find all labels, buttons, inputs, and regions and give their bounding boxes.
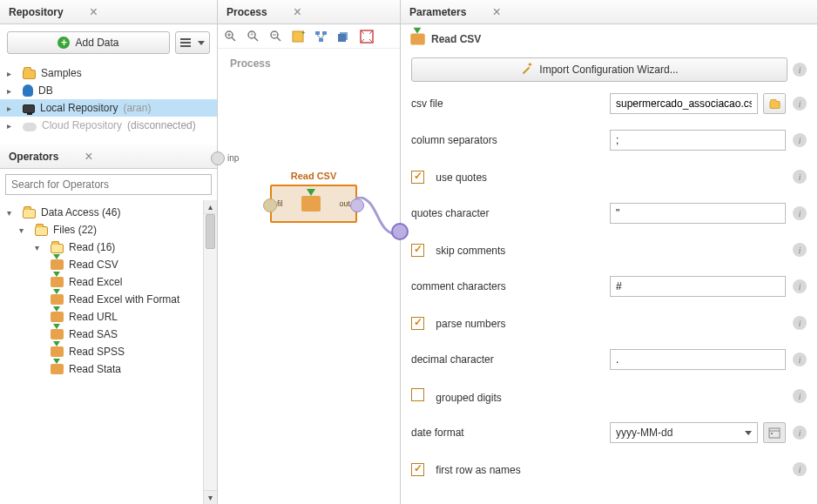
process-tab[interactable]: Process ×	[218, 0, 400, 24]
operator-input-port[interactable]	[263, 198, 277, 212]
param-label: skip comments	[436, 244, 505, 256]
close-icon[interactable]: ×	[85, 150, 92, 164]
repo-item-samples[interactable]: ▸ Samples	[0, 64, 217, 82]
process-input-port[interactable]: inp	[211, 151, 225, 165]
repository-tab[interactable]: Repository ×	[0, 0, 217, 24]
scroll-down-icon[interactable]: ▾	[204, 490, 217, 504]
param-label: column separators	[411, 134, 603, 146]
repo-menu-button[interactable]	[175, 31, 210, 54]
repo-item-cloud[interactable]: ▸ Cloud Repository (disconnected)	[0, 117, 217, 134]
param-label: parse numbers	[436, 317, 505, 329]
chevron-down-icon	[745, 431, 752, 435]
svg-text:+: +	[301, 30, 306, 37]
fullscreen-icon[interactable]	[359, 29, 375, 44]
tree-node-read[interactable]: ▾ Read (16)	[0, 239, 203, 256]
read-icon	[51, 259, 64, 270]
tree-label: Local Repository	[40, 102, 118, 114]
read-icon	[410, 33, 425, 44]
info-icon[interactable]: i	[793, 133, 807, 147]
quotes-character-input[interactable]	[610, 203, 786, 224]
info-icon[interactable]: i	[793, 63, 807, 77]
info-icon[interactable]: i	[793, 279, 807, 293]
skip-comments-checkbox[interactable]	[411, 244, 424, 257]
tree-node-files[interactable]: ▾ Files (22)	[0, 221, 203, 239]
close-icon[interactable]: ×	[492, 5, 500, 19]
operator-title: Read CSV	[270, 171, 357, 181]
process-canvas[interactable]: Process inp Read CSV fil out	[218, 49, 400, 504]
port-label: out	[339, 199, 350, 208]
op-read-sas[interactable]: Read SAS	[0, 326, 203, 343]
first-row-names-checkbox[interactable]	[411, 463, 424, 476]
scroll-thumb[interactable]	[206, 214, 215, 249]
expander-icon[interactable]: ▸	[7, 69, 17, 78]
expander-icon[interactable]: ▾	[35, 243, 45, 252]
param-label: decimal character	[411, 353, 603, 366]
close-icon[interactable]: ×	[294, 5, 301, 19]
expander-icon[interactable]: ▸	[7, 104, 17, 113]
zoom-fit-icon[interactable]	[223, 29, 239, 44]
chevron-down-icon	[198, 41, 205, 45]
zoom-out-icon[interactable]	[268, 29, 284, 44]
op-read-stata[interactable]: Read Stata	[0, 360, 203, 378]
calendar-button[interactable]	[763, 422, 786, 443]
zoom-in-icon[interactable]: +	[246, 29, 261, 44]
info-icon[interactable]: i	[793, 170, 807, 184]
expander-icon[interactable]: ▸	[7, 86, 17, 96]
import-wizard-button[interactable]: Import Configuration Wizard...	[411, 57, 788, 82]
database-icon	[23, 84, 33, 97]
use-quotes-checkbox[interactable]	[411, 171, 424, 184]
op-read-url[interactable]: Read URL	[0, 308, 203, 326]
folder-open-icon	[23, 209, 36, 218]
csv-file-input[interactable]	[610, 93, 758, 114]
operator-search-input[interactable]	[5, 174, 212, 195]
op-read-spss[interactable]: Read SPSS	[0, 343, 203, 360]
tree-node-data-access[interactable]: ▾ Data Access (46)	[0, 204, 203, 221]
add-data-button[interactable]: + Add Data	[7, 31, 170, 54]
operators-tab[interactable]: Operators ×	[0, 144, 217, 169]
op-read-excel-format[interactable]: Read Excel with Format	[0, 291, 203, 308]
tree-label: Read CSV	[69, 259, 118, 271]
menu-icon	[180, 38, 191, 47]
info-icon[interactable]: i	[793, 97, 807, 111]
folder-open-icon	[51, 244, 64, 253]
info-icon[interactable]: i	[793, 353, 807, 366]
comment-characters-input[interactable]	[610, 276, 786, 297]
info-icon[interactable]: i	[793, 426, 807, 440]
process-output-port[interactable]	[391, 223, 409, 240]
repo-item-local[interactable]: ▸ Local Repository (aran)	[0, 99, 217, 117]
info-icon[interactable]: i	[793, 243, 807, 257]
column-separators-input[interactable]	[610, 130, 786, 151]
expander-icon[interactable]: ▾	[19, 225, 30, 235]
info-icon[interactable]: i	[793, 206, 807, 220]
date-format-select[interactable]: yyyy-MM-dd	[610, 422, 758, 443]
parse-numbers-checkbox[interactable]	[411, 317, 424, 330]
tree-label: Read SPSS	[69, 346, 125, 358]
grouped-digits-checkbox[interactable]	[411, 388, 424, 401]
op-read-csv[interactable]: Read CSV	[0, 256, 203, 273]
tree-label: Read URL	[69, 311, 118, 323]
read-icon	[301, 196, 321, 212]
scroll-up-icon[interactable]: ▴	[204, 200, 217, 214]
arrange-icon[interactable]	[314, 29, 329, 44]
decimal-character-input[interactable]	[610, 349, 786, 370]
read-icon	[51, 277, 64, 287]
parameters-tab[interactable]: Parameters ×	[401, 0, 817, 24]
expander-icon[interactable]: ▾	[7, 208, 17, 218]
info-icon[interactable]: i	[793, 462, 807, 476]
browse-file-button[interactable]	[763, 93, 786, 114]
note-icon[interactable]: +	[291, 29, 307, 44]
read-icon	[51, 294, 64, 305]
layers-icon[interactable]	[336, 29, 352, 44]
repo-item-db[interactable]: ▸ DB	[0, 82, 217, 99]
param-label: use quotes	[436, 171, 487, 183]
info-icon[interactable]: i	[793, 316, 807, 330]
tree-state: (disconnected)	[127, 119, 196, 131]
expander-icon[interactable]: ▸	[7, 121, 17, 131]
vertical-scrollbar[interactable]: ▴ ▾	[203, 200, 217, 504]
op-read-excel[interactable]: Read Excel	[0, 273, 203, 291]
info-icon[interactable]: i	[793, 389, 807, 403]
close-icon[interactable]: ×	[90, 5, 98, 19]
svg-rect-16	[338, 34, 346, 42]
operator-read-csv[interactable]: Read CSV fil out	[270, 171, 357, 223]
breadcrumb[interactable]: Process	[230, 57, 271, 70]
